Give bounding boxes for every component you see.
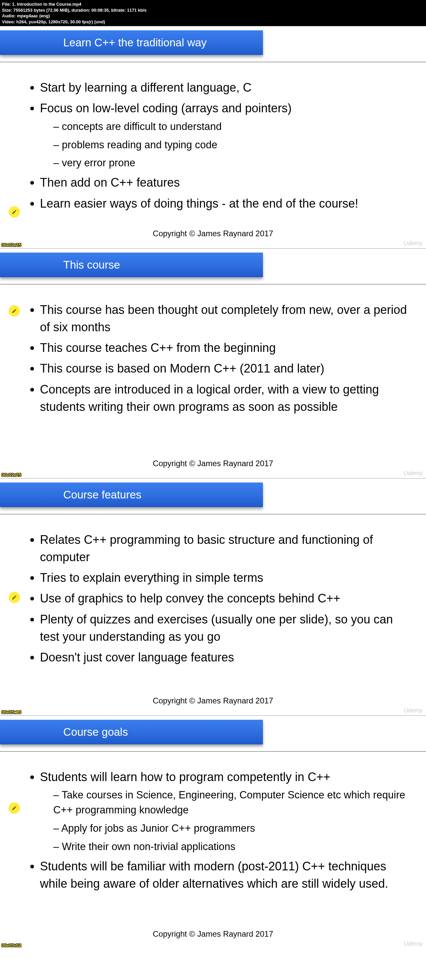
timestamp: 00:02:25 xyxy=(2,472,21,477)
slide-title: Learn C++ the traditional way xyxy=(0,30,263,55)
pencil-icon xyxy=(9,802,20,814)
meta-file: File: 1. Introduction to the Course.mp4 xyxy=(2,2,424,7)
slide-2: This course This course has been thought… xyxy=(0,248,426,478)
copyright: Copyright © James Raynard 2017 xyxy=(0,426,426,478)
sub-bullet: problems reading and typing code xyxy=(53,138,413,153)
bullet: This course teaches C++ from the beginni… xyxy=(40,339,413,356)
sub-bullet: Write their own non-trivial applications xyxy=(53,839,413,854)
copyright: Copyright © James Raynard 2017 xyxy=(0,903,426,949)
watermark: Udemy xyxy=(404,240,423,247)
slide-title: This course xyxy=(0,253,263,277)
copyright: Copyright © James Raynard 2017 xyxy=(0,222,426,248)
copyright: Copyright © James Raynard 2017 xyxy=(0,676,426,716)
slide-content: This course has been thought out complet… xyxy=(0,285,426,426)
pencil-icon xyxy=(9,206,20,218)
bullet: Students will be familiar with modern (p… xyxy=(40,858,413,892)
slide-4: Course goals Students will learn how to … xyxy=(0,716,426,948)
pencil-icon xyxy=(9,592,20,603)
meta-size: Size: 75561253 bytes (72.06 MiB), durati… xyxy=(2,7,424,13)
slide-1: Learn C++ the traditional way Start by l… xyxy=(0,26,426,248)
bullet: Focus on low-level coding (arrays and po… xyxy=(40,100,413,170)
bullet: Students will learn how to program compe… xyxy=(40,768,413,854)
watermark: Udemy xyxy=(404,707,423,714)
bullet: Doesn't just cover language features xyxy=(40,649,413,666)
timestamp: 00:05:10 xyxy=(2,709,21,715)
slide-title: Course goals xyxy=(0,720,263,745)
slide-content: Relates C++ programming to basic structu… xyxy=(0,514,426,676)
file-metadata: File: 1. Introduction to the Course.mp4 … xyxy=(0,0,426,26)
sub-bullet: Apply for jobs as Junior C++ programmers xyxy=(53,821,413,836)
slide-3: Course features Relates C++ programming … xyxy=(0,478,426,716)
sub-bullet: Take courses in Science, Engineering, Co… xyxy=(53,788,413,818)
pencil-icon xyxy=(9,305,20,317)
bullet: Start by learning a different language, … xyxy=(40,79,413,96)
bullet: This course has been thought out complet… xyxy=(40,301,413,336)
timestamp: 00:02:25 xyxy=(2,242,21,248)
slide-content: Students will learn how to program compe… xyxy=(0,752,426,902)
bullet: Then add on C++ features xyxy=(40,174,413,191)
bullet: Relates C++ programming to basic structu… xyxy=(40,531,413,566)
meta-audio: Audio: mpeg4aac (eng) xyxy=(2,13,424,19)
sub-bullet: concepts are difficult to understand xyxy=(53,119,413,134)
meta-video: Video: h264, yuv420p, 1280x720, 30.00 fp… xyxy=(2,19,424,25)
bullet: Learn easier ways of doing things - at t… xyxy=(40,195,413,212)
bullet: This course is based on Modern C++ (2011… xyxy=(40,360,413,377)
bullet: Concepts are introduced in a logical ord… xyxy=(40,381,413,415)
sub-bullet: very error prone xyxy=(53,156,413,170)
timestamp: 00:05:52 xyxy=(2,942,21,948)
bullet: Use of graphics to help convey the conce… xyxy=(40,590,413,607)
bullet: Tries to explain everything in simple te… xyxy=(40,569,413,587)
slide-title: Course features xyxy=(0,482,263,507)
bullet: Plenty of quizzes and exercises (usually… xyxy=(40,611,413,646)
slide-content: Start by learning a different language, … xyxy=(0,62,426,222)
watermark: Udemy xyxy=(404,940,423,947)
watermark: Udemy xyxy=(404,470,423,477)
